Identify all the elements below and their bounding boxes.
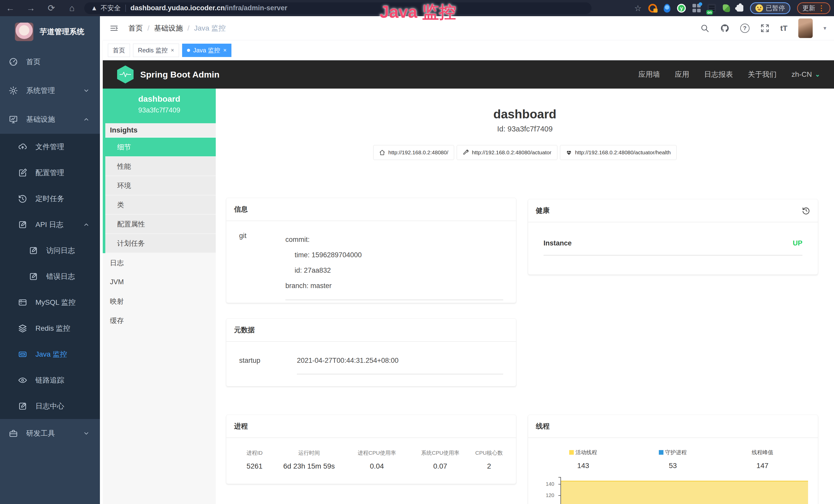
- app-logo-avatar: [15, 23, 34, 41]
- close-icon[interactable]: ×: [223, 47, 226, 54]
- browser-update-chip[interactable]: 更新 ⋮: [797, 2, 830, 14]
- sba-side-item-jvm[interactable]: JVM: [103, 272, 216, 292]
- process-pid: 进程ID 5261: [236, 449, 273, 471]
- actuator-url-button[interactable]: http://192.168.0.2:48080/actuator: [457, 145, 557, 160]
- extension-on-icon[interactable]: on: [707, 4, 716, 13]
- sidebar-item-home[interactable]: 首页: [0, 47, 100, 76]
- sba-nav-applications[interactable]: 应用: [675, 70, 689, 79]
- sidebar-item-file-mgmt[interactable]: 文件管理: [0, 134, 100, 160]
- chevron-down-icon: ⌄: [815, 71, 820, 78]
- tab-redis-monitor[interactable]: Redis 监控×: [133, 44, 179, 57]
- sidebar-item-mysql-monitor[interactable]: MySQL 监控: [0, 289, 100, 315]
- hamburger-icon[interactable]: [109, 24, 119, 32]
- app-logo-row[interactable]: 芋道管理系统: [0, 16, 100, 47]
- reload-icon[interactable]: ⟳: [41, 0, 62, 16]
- instance-header[interactable]: dashboard 93a3fc7f7409: [103, 89, 216, 123]
- yellow-legend-square: [569, 450, 574, 455]
- security-warning-icon[interactable]: ▲: [91, 4, 97, 12]
- sba-side-item-configprops[interactable]: 配置属性: [105, 215, 216, 234]
- health-url-button[interactable]: http://192.168.0.2:48080/actuator/health: [560, 145, 677, 160]
- extension-orange-icon[interactable]: [648, 4, 657, 13]
- edit-square-icon: [18, 402, 27, 411]
- back-icon[interactable]: ←: [0, 0, 21, 16]
- breadcrumb-home[interactable]: 首页: [128, 23, 143, 33]
- sidebar-item-api-logs[interactable]: API 日志: [0, 211, 100, 237]
- instance-links: http://192.168.0.2:48080/ http://192.168…: [216, 145, 834, 160]
- forward-icon[interactable]: →: [21, 0, 41, 16]
- process-uptime: 运行时间 6d 23h 15m 59s: [273, 449, 345, 471]
- profile-paused-chip[interactable]: 已暂停: [750, 2, 790, 14]
- sba-nav-wallboard[interactable]: 应用墙: [639, 70, 660, 79]
- divider: [125, 5, 126, 12]
- sidebar-item-dev-tools[interactable]: 研发工具: [0, 419, 100, 448]
- process-stats-row: 进程ID 5261 运行时间 6d 23h 15m 59s 进程CPU使用率 0…: [226, 438, 516, 471]
- sidebar-item-config-mgmt[interactable]: 配置管理: [0, 160, 100, 186]
- sba-nav: 应用墙 应用 日志报表 关于我们 zh-CN ⌄: [639, 70, 820, 79]
- address-bar[interactable]: ▲ 不安全 dashboard.yudao.iocoder.cn/infra/a…: [84, 2, 592, 14]
- sba-side-item-details[interactable]: 细节: [105, 138, 216, 157]
- help-icon[interactable]: ?: [740, 24, 749, 33]
- home-icon[interactable]: ⌂: [62, 0, 82, 16]
- sba-side-item-classes[interactable]: 类: [105, 196, 216, 215]
- legend-live-threads: 活动线程 143: [539, 449, 628, 470]
- monitor-icon: [9, 115, 18, 124]
- bookmark-star-icon[interactable]: ☆: [634, 3, 642, 13]
- font-size-icon[interactable]: tT: [780, 24, 788, 32]
- sidebar-item-error-logs[interactable]: 错误日志: [0, 264, 100, 289]
- edit-square-icon: [18, 220, 27, 229]
- tab-home[interactable]: 首页: [108, 44, 130, 57]
- github-icon[interactable]: [720, 24, 729, 33]
- briefcase-icon: [9, 429, 18, 438]
- sba-side-item-scheduled-tasks[interactable]: 计划任务: [105, 234, 216, 253]
- history-icon[interactable]: [802, 206, 810, 215]
- metadata-value: 2021-04-27T00:44:31.254+08:00: [297, 357, 503, 374]
- extension-grid-icon[interactable]: [693, 4, 701, 13]
- tags-view-bar: 首页 Redis 监控× Java 监控×: [103, 40, 834, 60]
- health-card: 健康 Instance UP: [528, 199, 818, 275]
- extension-pin-icon[interactable]: [664, 4, 671, 13]
- database-icon: [18, 298, 27, 307]
- process-cpu: 进程CPU使用率 0.04: [345, 449, 409, 471]
- user-caret-icon[interactable]: ▾: [824, 25, 826, 31]
- sba-language-select[interactable]: zh-CN ⌄: [792, 70, 820, 78]
- sba-side-item-metrics[interactable]: 性能: [105, 157, 216, 176]
- metadata-startup-row: startup 2021-04-27T00:44:31.254+08:00: [226, 342, 516, 374]
- sba-side-item-caches[interactable]: 缓存: [103, 311, 216, 330]
- chevron-down-icon: [83, 430, 90, 437]
- sba-side-item-mappings[interactable]: 映射: [103, 292, 216, 311]
- sba-side-item-logs[interactable]: 日志: [103, 253, 216, 272]
- close-icon[interactable]: ×: [171, 47, 174, 54]
- breadcrumb-infra[interactable]: 基础设施: [154, 23, 183, 33]
- cpu-cores: CPU核心数 2: [471, 449, 507, 471]
- user-avatar[interactable]: [798, 19, 813, 38]
- sba-side-item-environment[interactable]: 环境: [105, 176, 216, 196]
- app-title: 芋道管理系统: [40, 27, 84, 37]
- sba-nav-journal[interactable]: 日志报表: [704, 70, 733, 79]
- extension-y-icon[interactable]: y: [677, 4, 686, 13]
- sba-brand-title[interactable]: Spring Boot Admin: [140, 70, 219, 79]
- sidebar-item-system[interactable]: 系统管理: [0, 76, 100, 105]
- paused-label: 已暂停: [766, 4, 785, 12]
- edit-square-icon: [29, 246, 38, 255]
- sidebar-item-log-center[interactable]: 日志中心: [0, 393, 100, 419]
- security-label: 不安全: [101, 4, 121, 13]
- scrollbar-gutter[interactable]: [100, 16, 103, 504]
- extension-leaf-icon[interactable]: [723, 4, 730, 12]
- sidebar-item-redis-monitor[interactable]: Redis 监控: [0, 315, 100, 341]
- fullscreen-icon[interactable]: [760, 24, 770, 33]
- sidebar-item-access-logs[interactable]: 访问日志: [0, 237, 100, 264]
- sidebar-item-infra[interactable]: 基础设施: [0, 105, 100, 134]
- sba-nav-about[interactable]: 关于我们: [748, 70, 777, 79]
- threads-card-title: 线程: [528, 415, 818, 438]
- tab-java-monitor[interactable]: Java 监控×: [182, 44, 232, 57]
- annotation-text: Java 监控: [380, 1, 456, 24]
- home-icon: [379, 150, 385, 156]
- url-host: dashboard.yudao.iocoder.cn: [130, 4, 225, 12]
- sidebar-item-tracing[interactable]: 链路追踪: [0, 367, 100, 393]
- service-url-button[interactable]: http://192.168.0.2:48080/: [373, 145, 454, 160]
- browser-menu-icon[interactable]: ⋮: [818, 6, 825, 10]
- extensions-puzzle-icon[interactable]: [737, 5, 743, 12]
- sidebar-item-java-monitor[interactable]: Java 监控: [0, 341, 100, 367]
- sidebar-item-cron-jobs[interactable]: 定时任务: [0, 186, 100, 211]
- search-icon[interactable]: [700, 24, 709, 33]
